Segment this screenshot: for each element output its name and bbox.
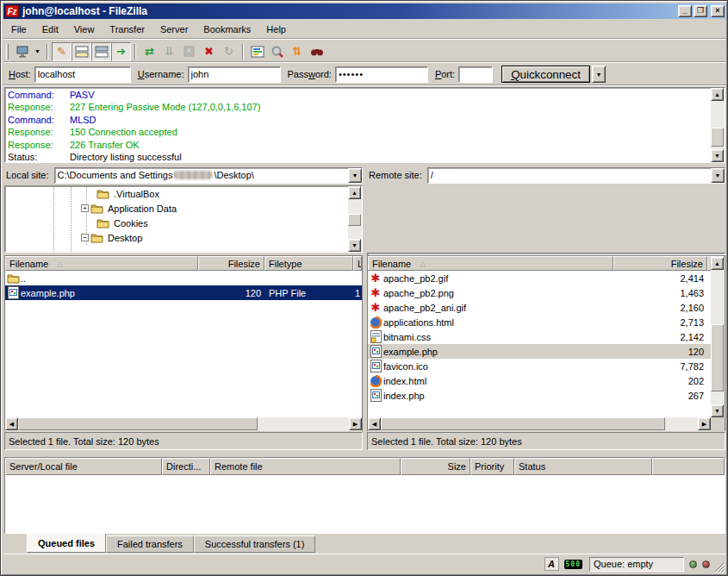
toggle-log-view-button[interactable]: ✎ [52,42,72,61]
file-row[interactable]: index.php 267 [368,388,711,403]
column-header-priority[interactable]: Priority [470,458,514,475]
local-site-combo[interactable]: C:\Documents and Settings\Desktop\ ▼ [54,167,363,184]
username-input[interactable] [188,66,281,83]
refresh-button[interactable]: ⇄ [140,42,159,61]
menu-file[interactable]: File [3,22,34,36]
file-row[interactable]: favicon.ico 7,782 [368,359,711,373]
find-files-button[interactable] [307,42,327,61]
scroll-down-icon[interactable]: ▼ [711,404,724,417]
scrollbar-thumb[interactable] [711,324,724,391]
remote-hscrollbar[interactable]: ◀ ▶ [368,417,711,431]
file-row[interactable]: applications.html 2,713 [368,315,711,329]
synchronized-browsing-button[interactable]: ⇅ [287,42,307,61]
maximize-button[interactable]: ❐ [694,5,707,17]
remote-vscrollbar[interactable]: ▲ ▼ [711,257,725,417]
close-button[interactable]: × [711,5,725,17]
file-row[interactable]: .. [5,271,362,285]
scroll-down-icon[interactable]: ▼ [711,149,724,162]
title-bar[interactable]: Fz john@localhost - FileZilla _ ❐ × [3,3,726,19]
column-header-server-local-file[interactable]: Server/Local file [5,458,162,475]
quickconnect-button[interactable]: Quickconnect [501,66,590,83]
log-scrollbar[interactable]: ▲ ▼ [711,88,725,162]
tree-item-desktop[interactable]: − Desktop [5,230,362,245]
toggle-transfer-queue-button[interactable]: ➔ [111,42,131,61]
tab-queued-files[interactable]: Queued files [27,534,106,553]
column-header-filename[interactable]: Filename△ [5,256,198,271]
menu-view[interactable]: View [66,22,103,36]
scrollbar-thumb[interactable] [18,417,258,430]
directory-comparison-button[interactable] [267,42,287,61]
resize-grip[interactable] [713,561,725,573]
file-row-selected[interactable]: example.php 120 PHP File 1 [5,285,362,300]
tree-item-label: .VirtualBox [114,189,159,199]
toolbar-grip[interactable] [6,44,9,59]
site-manager-button[interactable] [12,42,32,61]
column-header-status[interactable]: Status [514,458,652,475]
scroll-up-icon[interactable]: ▲ [711,257,724,270]
column-header-filesize[interactable]: Filesize [613,256,707,271]
file-row-selected[interactable]: example.php 120 [368,344,711,359]
minimize-button[interactable]: _ [678,5,692,17]
site-manager-dropdown[interactable]: ▼ [32,42,43,61]
scroll-left-icon[interactable]: ◀ [368,417,381,430]
column-header-size[interactable]: Size [401,458,470,475]
expand-icon[interactable]: + [81,204,89,212]
password-input[interactable] [335,66,428,83]
remote-site-bar: Remote site: / ▼ [367,166,725,184]
menu-transfer[interactable]: Transfer [102,22,152,36]
ico-file-icon [369,360,383,373]
scroll-left-icon[interactable]: ◀ [5,417,18,430]
tab-successful-transfers[interactable]: Successful transfers (1) [194,535,316,553]
local-site-dropdown[interactable]: ▼ [348,168,362,183]
log-view-icon: ✎ [57,46,66,57]
tree-item-label: Desktop [108,233,142,243]
tree-item-cookies[interactable]: Cookies [5,216,362,230]
scroll-right-icon[interactable]: ▶ [698,417,711,430]
disconnect-button[interactable]: ✖ [199,42,219,61]
scrollbar-thumb[interactable] [348,214,361,226]
column-header-filetype[interactable]: Filetype [264,256,353,271]
local-status-bar: Selected 1 file. Total size: 120 bytes [4,432,363,450]
speed-limit-icon[interactable]: 500 [564,560,582,569]
menu-edit[interactable]: Edit [34,22,66,36]
scrollbar-thumb[interactable] [381,417,665,430]
remote-site-dropdown[interactable]: ▼ [711,168,725,183]
reconnect-button[interactable]: ↻ [219,42,239,61]
menu-bookmarks[interactable]: Bookmarks [196,22,258,36]
toggle-remote-tree-button[interactable] [91,42,111,61]
file-row[interactable]: ✱ apache_pb2.gif 2,414 [368,271,711,285]
scrollbar-thumb[interactable] [711,128,724,147]
remote-site-combo[interactable]: / ▼ [427,167,725,184]
column-header-filename[interactable]: Filename△ [368,256,613,271]
column-header-remote-file[interactable]: Remote file [210,458,401,475]
green-led-icon [689,560,697,568]
tree-item-application-data[interactable]: + Application Data [5,201,362,216]
collapse-icon[interactable]: − [81,234,89,241]
file-modified: 1 [355,288,362,298]
host-input[interactable] [34,66,131,83]
file-row[interactable]: index.html 202 [368,373,711,388]
local-tree-scrollbar[interactable]: ▲ ▼ [348,186,362,252]
data-type-indicator-icon[interactable]: A [544,557,559,571]
port-input[interactable] [458,66,493,83]
directory-filters-button[interactable] [247,42,267,61]
quickconnect-dropdown[interactable]: ▼ [592,66,606,83]
cancel-operation-button[interactable]: × [179,42,199,61]
toggle-local-tree-button[interactable] [72,42,91,61]
process-queue-button[interactable]: ⇊ [159,42,179,61]
tree-item-virtualbox[interactable]: .VirtualBox [5,186,362,201]
scroll-right-icon[interactable]: ▶ [349,417,362,430]
column-header-lastmodified[interactable]: L [353,256,362,271]
scroll-down-icon[interactable]: ▼ [348,239,361,252]
local-hscrollbar[interactable]: ◀ ▶ [5,417,362,431]
column-header-direction[interactable]: Directi... [162,458,210,475]
file-row[interactable]: ✱ apache_pb2_ani.gif 2,160 [368,300,711,315]
file-row[interactable]: bitnami.css 2,142 [368,329,711,344]
menu-help[interactable]: Help [258,22,294,36]
file-row[interactable]: ✱ apache_pb2.png 1,463 [368,285,711,300]
scroll-up-icon[interactable]: ▲ [711,88,724,101]
scroll-up-icon[interactable]: ▲ [348,186,361,199]
menu-server[interactable]: Server [152,22,196,36]
column-header-filesize[interactable]: Filesize [198,256,264,271]
tab-failed-transfers[interactable]: Failed transfers [106,535,194,553]
